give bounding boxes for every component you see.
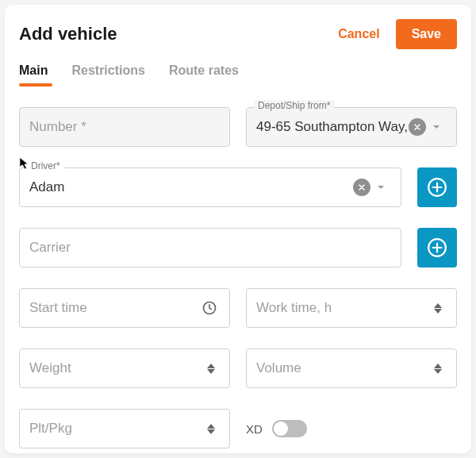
start-time-field[interactable]: Start time [19, 288, 230, 328]
weight-field[interactable]: Weight [19, 348, 230, 388]
driver-value: Adam [29, 179, 353, 195]
save-button[interactable]: Save [396, 19, 457, 49]
stepper-icon[interactable] [202, 424, 220, 434]
tab-main[interactable]: Main [19, 64, 48, 86]
driver-field[interactable]: Driver* Adam [19, 167, 401, 207]
number-placeholder: Number * [29, 119, 220, 135]
weight-placeholder: Weight [29, 360, 202, 376]
volume-placeholder: Volume [256, 360, 429, 376]
start-time-placeholder: Start time [29, 300, 199, 316]
tabs: Main Restrictions Route rates [19, 64, 457, 87]
clock-icon [199, 300, 220, 316]
stepper-icon[interactable] [429, 303, 447, 314]
plt-pkg-field[interactable]: Plt/Pkg [19, 409, 230, 448]
panel-header: Add vehicle Cancel Save [19, 19, 457, 49]
carrier-field[interactable]: Carrier [19, 228, 401, 267]
plt-pkg-placeholder: Plt/Pkg [29, 421, 202, 437]
add-carrier-button[interactable] [417, 228, 457, 267]
depot-value: 49-65 Southampton Way, [256, 119, 409, 135]
row-carrier: Carrier [19, 228, 457, 267]
work-time-placeholder: Work time, h [256, 300, 429, 316]
row-time: Start time Work time, h [19, 288, 457, 328]
chevron-down-icon[interactable] [370, 183, 391, 192]
row-plt-xd: Plt/Pkg XD [19, 409, 457, 448]
xd-field: XD [246, 420, 457, 437]
cancel-button[interactable]: Cancel [338, 27, 379, 41]
depot-field[interactable]: Depot/Ship from* 49-65 Southampton Way, [246, 107, 457, 147]
work-time-field[interactable]: Work time, h [246, 288, 457, 328]
row-number-depot: Number * Depot/Ship from* 49-65 Southamp… [19, 107, 457, 147]
header-actions: Cancel Save [338, 19, 457, 49]
tab-route-rates[interactable]: Route rates [169, 64, 239, 86]
xd-label: XD [246, 422, 263, 436]
tab-restrictions[interactable]: Restrictions [71, 64, 144, 86]
clear-icon[interactable] [353, 179, 370, 196]
driver-label: Driver* [27, 160, 64, 171]
carrier-placeholder: Carrier [29, 240, 391, 256]
clear-icon[interactable] [409, 118, 426, 136]
stepper-icon[interactable] [429, 364, 447, 374]
xd-toggle[interactable] [272, 420, 307, 437]
volume-field[interactable]: Volume [246, 348, 457, 388]
row-weight-volume: Weight Volume [19, 348, 457, 388]
stepper-icon[interactable] [202, 364, 220, 374]
depot-label: Depot/Ship from* [254, 100, 334, 111]
add-driver-button[interactable] [417, 167, 457, 207]
number-field[interactable]: Number * [19, 107, 230, 147]
chevron-down-icon[interactable] [426, 122, 447, 132]
add-vehicle-panel: Add vehicle Cancel Save Main Restriction… [5, 5, 471, 453]
row-driver: Driver* Adam [19, 167, 457, 207]
page-title: Add vehicle [19, 24, 117, 44]
